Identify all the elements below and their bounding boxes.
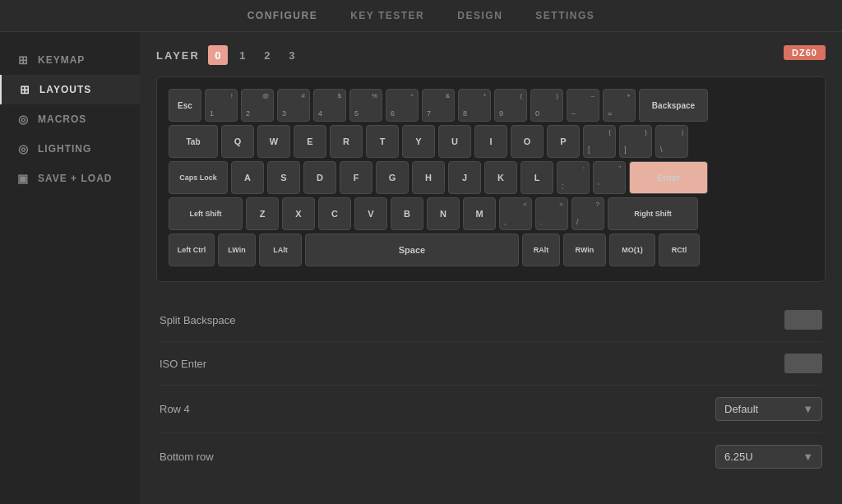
save-load-icon: ▣ <box>16 172 30 185</box>
key-right-shift[interactable]: Right Shift <box>608 197 698 230</box>
key-8[interactable]: *8 <box>458 89 491 122</box>
key-q[interactable]: Q <box>221 125 254 158</box>
key-space[interactable]: Space <box>305 234 519 266</box>
key-lalt[interactable]: LAlt <box>259 234 302 266</box>
sidebar-item-save-load[interactable]: ▣ SAVE + LOAD <box>0 164 140 193</box>
key-p[interactable]: P <box>547 125 580 158</box>
key-m[interactable]: M <box>463 197 496 230</box>
key-z[interactable]: Z <box>246 197 279 230</box>
top-navigation: CONFIGURE KEY TESTER DESIGN SETTINGS <box>0 0 842 32</box>
key-6[interactable]: ^6 <box>386 89 419 122</box>
key-f[interactable]: F <box>340 161 372 194</box>
setting-split-backspace: Split Backspace <box>160 298 822 342</box>
key-5[interactable]: %5 <box>349 89 382 122</box>
key-i[interactable]: I <box>474 125 507 158</box>
iso-enter-toggle[interactable] <box>784 354 822 373</box>
key-4[interactable]: $4 <box>313 89 346 122</box>
row4-chevron-icon: ▼ <box>803 403 813 415</box>
key-l[interactable]: L <box>520 161 553 194</box>
key-capslock[interactable]: Caps Lock <box>169 161 228 194</box>
key-y[interactable]: Y <box>402 125 435 158</box>
sidebar-item-layouts[interactable]: ⊞ LAYOUTS <box>0 75 140 104</box>
key-mo1[interactable]: MO(1) <box>609 234 655 266</box>
layer-2-button[interactable]: 2 <box>257 45 277 65</box>
key-lbrace[interactable]: {[ <box>583 125 616 158</box>
key-c[interactable]: C <box>318 197 351 230</box>
key-backspace[interactable]: Backspace <box>639 89 708 122</box>
key-comma[interactable]: <, <box>499 197 532 230</box>
key-backslash[interactable]: |\ <box>655 125 688 158</box>
sidebar: ⊞ KEYMAP ⊞ LAYOUTS ◎ MACROS ◎ LIGHTING ▣… <box>0 32 140 504</box>
sidebar-item-lighting[interactable]: ◎ LIGHTING <box>0 134 140 164</box>
keymap-icon: ⊞ <box>16 53 30 67</box>
key-left-shift[interactable]: Left Shift <box>169 197 243 230</box>
key-slash[interactable]: ?/ <box>571 197 604 230</box>
key-k[interactable]: K <box>484 161 517 194</box>
key-enter[interactable]: Enter <box>629 161 708 194</box>
key-3[interactable]: #3 <box>277 89 310 122</box>
sidebar-label-lighting: LIGHTING <box>38 143 91 155</box>
key-semicolon[interactable]: :; <box>557 161 590 194</box>
key-e[interactable]: E <box>294 125 326 158</box>
sidebar-item-macros[interactable]: ◎ MACROS <box>0 104 140 134</box>
key-s[interactable]: S <box>267 161 300 194</box>
key-r[interactable]: R <box>330 125 363 158</box>
setting-iso-enter: ISO Enter <box>160 342 822 386</box>
key-esc[interactable]: Esc <box>169 89 201 122</box>
sidebar-item-keymap[interactable]: ⊞ KEYMAP <box>0 45 140 75</box>
key-0[interactable]: )0 <box>530 89 563 122</box>
key-row-2: Tab Q W E R T Y U I O P {[ }] |\ <box>169 125 813 158</box>
key-j[interactable]: J <box>448 161 481 194</box>
key-left-ctrl[interactable]: Left Ctrl <box>169 234 215 266</box>
nav-settings[interactable]: SETTINGS <box>535 7 594 25</box>
key-2[interactable]: @2 <box>241 89 274 122</box>
key-1[interactable]: !1 <box>205 89 238 122</box>
key-o[interactable]: O <box>511 125 544 158</box>
key-g[interactable]: G <box>376 161 409 194</box>
key-ralt[interactable]: RAlt <box>522 234 560 266</box>
layer-label: LAYER <box>156 49 200 62</box>
key-period[interactable]: >. <box>535 197 568 230</box>
key-equals[interactable]: += <box>603 89 636 122</box>
sidebar-label-macros: MACROS <box>38 113 86 125</box>
bottom-row-dropdown[interactable]: 6.25U ▼ <box>715 445 822 469</box>
sidebar-label-save-load: SAVE + LOAD <box>38 173 112 184</box>
layer-0-button[interactable]: 0 <box>208 45 228 65</box>
setting-row4: Row 4 Default ▼ <box>160 386 822 433</box>
key-7[interactable]: &7 <box>422 89 455 122</box>
key-a[interactable]: A <box>231 161 264 194</box>
key-9[interactable]: (9 <box>494 89 527 122</box>
key-w[interactable]: W <box>257 125 290 158</box>
dz60-badge: DZ60 <box>784 45 826 60</box>
key-b[interactable]: B <box>391 197 423 230</box>
nav-configure[interactable]: CONFIGURE <box>248 7 318 25</box>
nav-design[interactable]: DESIGN <box>457 7 502 25</box>
bottom-row-chevron-icon: ▼ <box>803 451 813 463</box>
key-v[interactable]: V <box>354 197 387 230</box>
layouts-icon: ⊞ <box>18 83 31 96</box>
key-minus[interactable]: –– <box>567 89 599 122</box>
nav-key-tester[interactable]: KEY TESTER <box>350 7 424 25</box>
key-rctl[interactable]: RCtl <box>659 234 700 266</box>
key-x[interactable]: X <box>282 197 315 230</box>
key-d[interactable]: D <box>303 161 336 194</box>
key-h[interactable]: H <box>412 161 445 194</box>
key-t[interactable]: T <box>366 125 399 158</box>
key-row-3: Caps Lock A S D F G H J K L :; "' Enter <box>169 161 813 194</box>
key-n[interactable]: N <box>427 197 460 230</box>
key-tab[interactable]: Tab <box>169 125 218 158</box>
settings-section: Split Backspace ISO Enter Row 4 Default … <box>156 298 826 480</box>
key-rbrace[interactable]: }] <box>619 125 652 158</box>
split-backspace-toggle[interactable] <box>784 310 822 330</box>
bottom-row-value: 6.25U <box>724 451 753 463</box>
layer-3-button[interactable]: 3 <box>282 45 302 65</box>
key-lwin[interactable]: LWin <box>218 234 256 266</box>
key-quote[interactable]: "' <box>593 161 626 194</box>
bottom-row-label: Bottom row <box>160 451 715 463</box>
layer-1-button[interactable]: 1 <box>233 45 252 65</box>
key-u[interactable]: U <box>438 125 471 158</box>
key-rwin[interactable]: RWin <box>563 234 606 266</box>
layer-bar: LAYER 0 1 2 3 DZ60 <box>156 45 826 65</box>
row4-dropdown[interactable]: Default ▼ <box>715 397 822 421</box>
macros-icon: ◎ <box>16 113 30 126</box>
